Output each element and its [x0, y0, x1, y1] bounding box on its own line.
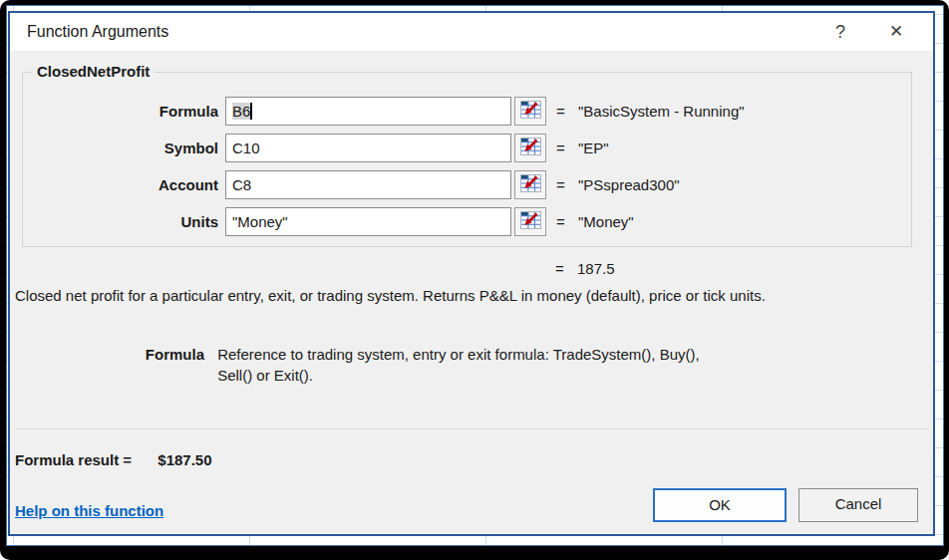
dialog-close-button[interactable]: ✕ [875, 15, 917, 49]
equals-sign: = [556, 134, 572, 162]
formula-result-value: $187.50 [158, 451, 211, 468]
symbol-input-value: C10 [232, 140, 260, 156]
units-evaluated-value: "Money" [578, 207, 634, 236]
close-icon: ✕ [889, 22, 903, 41]
argument-row-symbol: Symbol C10 = "EP" [23, 134, 911, 162]
overall-result-value: 187.5 [577, 260, 615, 277]
equals-sign: = [555, 260, 564, 277]
argument-help: Formula Reference to trading system, ent… [15, 344, 924, 386]
account-input[interactable]: C8 [225, 170, 511, 199]
equals-sign: = [556, 170, 572, 199]
formula-label: Formula [23, 97, 218, 126]
account-label: Account [23, 170, 218, 199]
units-input[interactable]: "Money" [225, 207, 511, 236]
symbol-label: Symbol [23, 134, 218, 162]
units-input-value: "Money" [232, 213, 288, 230]
symbol-input[interactable]: C10 [225, 134, 511, 162]
formula-evaluated-value: "BasicSystem - Running" [578, 97, 745, 126]
separator-line [14, 428, 929, 429]
function-name-label: ClosedNetProfit [32, 63, 155, 80]
argument-help-label: Formula [15, 344, 204, 365]
function-description: Closed net profit for a particular entry… [15, 285, 924, 306]
formula-input-value: B6 [232, 103, 250, 120]
text-caret [250, 103, 252, 120]
range-selector-icon [520, 101, 541, 123]
range-selector-icon [520, 211, 541, 233]
screenshot-frame: Function Arguments ? ✕ ClosedNetProfit F… [0, 0, 949, 560]
account-range-selector-button[interactable] [514, 170, 546, 199]
formula-result-row: Formula result = $187.50 [15, 451, 212, 468]
function-arguments-dialog: Function Arguments ? ✕ ClosedNetProfit F… [8, 11, 935, 536]
range-selector-icon [520, 138, 541, 159]
dialog-titlebar: Function Arguments ? ✕ [10, 13, 933, 51]
question-mark-icon: ? [835, 22, 845, 42]
argument-row-formula: Formula B6 = "BasicSystem - Running" [23, 97, 911, 126]
argument-row-account: Account C8 = "PSspread300" [23, 170, 911, 199]
function-group-box: ClosedNetProfit Formula B6 = "BasicSyste… [22, 72, 912, 247]
argument-help-text: Reference to trading system, entry or ex… [217, 344, 724, 386]
formula-input[interactable]: B6 [225, 97, 511, 126]
formula-range-selector-button[interactable] [514, 97, 546, 126]
dialog-title: Function Arguments [27, 13, 168, 51]
formula-result-label: Formula result = [15, 451, 132, 468]
units-label: Units [23, 207, 218, 236]
symbol-range-selector-button[interactable] [514, 134, 546, 162]
argument-row-units: Units "Money" = "Money" [23, 207, 911, 236]
cancel-button[interactable]: Cancel [798, 488, 918, 522]
range-selector-icon [520, 174, 541, 196]
account-input-value: C8 [232, 176, 251, 193]
overall-result-row: = 187.5 [10, 260, 933, 282]
account-evaluated-value: "PSspread300" [578, 170, 680, 199]
ok-button[interactable]: OK [653, 488, 787, 522]
units-range-selector-button[interactable] [514, 207, 546, 236]
equals-sign: = [556, 97, 572, 126]
equals-sign: = [556, 207, 572, 236]
symbol-evaluated-value: "EP" [578, 134, 609, 162]
dialog-help-button[interactable]: ? [819, 15, 861, 49]
help-on-this-function-link[interactable]: Help on this function [15, 502, 163, 519]
